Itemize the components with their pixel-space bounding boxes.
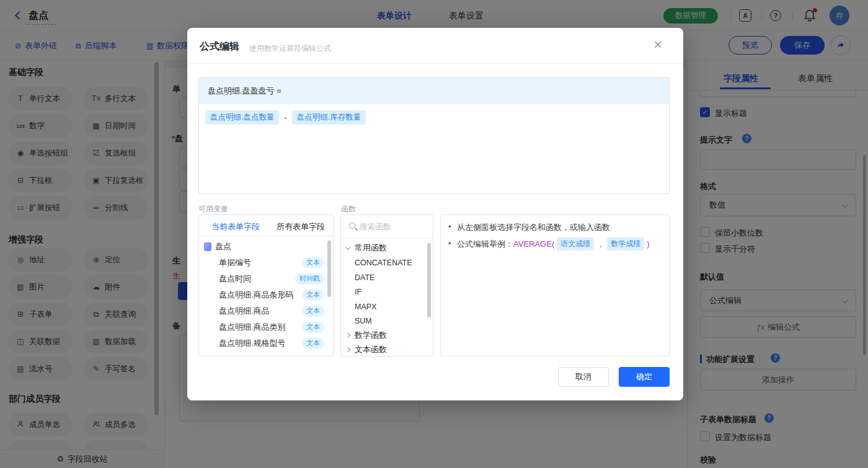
search-row	[341, 215, 433, 239]
tab-all-fields[interactable]: 所有表单字段	[277, 221, 325, 232]
search-input[interactable]	[360, 220, 427, 234]
tree-field[interactable]: 盘点时间时间戳	[199, 271, 333, 287]
search-icon	[349, 223, 355, 229]
tree-root[interactable]: 盘点	[199, 239, 333, 255]
variables-panel: 当前表单字段 所有表单字段 盘点 单据编号文本 盘点时间时间戳 盘点明细.商品条…	[198, 214, 334, 356]
formula-operator: -	[284, 113, 286, 122]
formula-body[interactable]: 盘点明细.盘点数量 - 盘点明细.库存数量	[199, 104, 669, 131]
field-type-tag: 文本	[302, 322, 324, 332]
vars-scrollbar[interactable]	[327, 241, 331, 297]
modal-header: 公式编辑 使用数学运算符编辑公式 ×	[187, 28, 683, 64]
func-label: 函数	[341, 204, 356, 214]
vars-tabs: 当前表单字段 所有表单字段	[199, 215, 333, 236]
ok-button[interactable]: 确定	[619, 367, 670, 387]
formula-editor: 盘点明细.盘盈盘亏 = 盘点明细.盘点数量 - 盘点明细.库存数量	[198, 77, 670, 194]
screen: 盘点 表单设计 表单设置 数据管理 A ? 存 ⊘表单外链 ⧉后端脚本 ▥数据权…	[0, 0, 868, 468]
chevron-right-icon	[345, 333, 350, 338]
cancel-button[interactable]: 取消	[558, 367, 609, 387]
tips-panel: • 从左侧面板选择字段名和函数，或输入函数 • 公式编辑举例：AVERAGE(语…	[440, 214, 670, 356]
chevron-right-icon	[345, 347, 350, 352]
tip-line-2: 公式编辑举例：AVERAGE(语文成绩，数学成绩)	[457, 237, 650, 250]
bullet: •	[448, 239, 451, 248]
func-item[interactable]: CONCATENATE	[341, 255, 433, 270]
field-type-tag: 时间戳	[295, 273, 324, 284]
func-item[interactable]: SUM	[341, 314, 433, 329]
formula-token[interactable]: 盘点明细.盘点数量	[205, 110, 279, 125]
tree-field[interactable]: 单据编号文本	[199, 255, 333, 271]
chevron-down-icon	[345, 245, 350, 250]
form-file-icon	[204, 242, 211, 251]
tab-current-fields[interactable]: 当前表单字段	[211, 221, 260, 232]
func-item[interactable]: IF	[341, 285, 433, 299]
vars-label: 可用变量	[198, 204, 228, 214]
tree-field[interactable]: 盘点明细.规格型号文本	[199, 335, 333, 351]
formula-edit-modal: 公式编辑 使用数学运算符编辑公式 × 盘点明细.盘盈盘亏 = 盘点明细.盘点数量…	[187, 28, 683, 400]
formula-token[interactable]: 盘点明细.库存数量	[292, 110, 366, 125]
modal-title: 公式编辑	[200, 40, 239, 53]
tip-line-1: 从左侧面板选择字段名和函数，或输入函数	[457, 222, 610, 233]
functions-panel: 常用函数 CONCATENATE DATE IF MAPX SUM 数学函数 文…	[340, 214, 433, 356]
close-icon[interactable]: ×	[653, 37, 662, 52]
functions-scrollbar[interactable]	[427, 243, 431, 317]
func-group-common[interactable]: 常用函数	[341, 241, 433, 255]
field-type-tag: 文本	[302, 289, 324, 300]
tree-field[interactable]: 盘点明细.商品文本	[199, 303, 333, 319]
tree-field[interactable]: 盘点明细.商品类别文本	[199, 319, 333, 335]
func-item[interactable]: MAPX	[341, 299, 433, 314]
field-type-tag: 文本	[302, 338, 324, 348]
formula-target: 盘点明细.盘盈盘亏 =	[199, 77, 669, 104]
tree-field[interactable]: 盘点明细.商品条形码文本	[199, 287, 333, 303]
func-group-text[interactable]: 文本函数	[341, 342, 433, 356]
func-group-math[interactable]: 数学函数	[341, 328, 433, 343]
func-item[interactable]: DATE	[341, 270, 433, 285]
bullet: •	[448, 222, 451, 231]
field-type-tag: 文本	[302, 306, 324, 316]
field-type-tag: 文本	[302, 257, 324, 268]
modal-subtitle: 使用数学运算符编辑公式	[249, 43, 331, 54]
